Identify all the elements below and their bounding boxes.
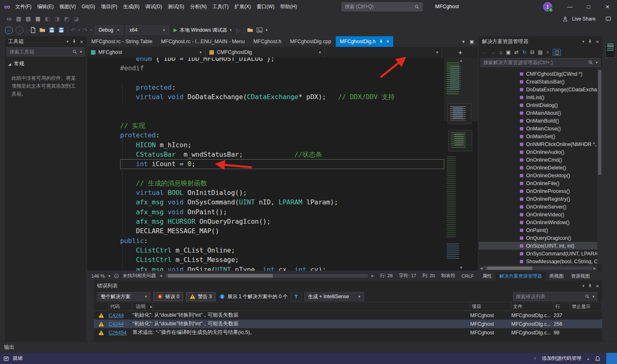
solution-explorer-item[interactable]: CreatStatusBar() <box>479 78 597 86</box>
format-toolbar-icon[interactable]: ▥ <box>16 16 21 22</box>
solution-explorer-toolbar-icon[interactable]: ← <box>482 49 487 55</box>
format-toolbar-icon[interactable]: ▤ <box>26 16 31 22</box>
scroll-right-icon[interactable]: ▶ <box>594 267 596 270</box>
platform-dropdown[interactable]: x64 ▾ <box>126 26 169 35</box>
close-button[interactable]: × <box>598 0 617 14</box>
column-header-suppress[interactable]: 禁止显示 <box>570 302 602 311</box>
solution-config-dropdown[interactable]: Debug ▾ <box>95 26 123 35</box>
toolbox-search-input[interactable]: 搜索工具箱 ▾ <box>7 47 85 56</box>
document-tab[interactable]: MFCghostDlg.cpp × <box>286 36 336 47</box>
error-row[interactable]: C4244 “初始化”: 从“double”转换到“int”，可能丢失数据 MF… <box>94 320 602 328</box>
document-tab[interactable]: MFCghost.rc - I...ENU_MAIN - Menu × <box>157 36 249 47</box>
format-toolbar-icon[interactable]: ▦ <box>35 16 40 22</box>
code-line[interactable] <box>120 73 444 83</box>
solution-explorer-item[interactable]: OnOnlineServer() <box>479 203 597 211</box>
code-line[interactable]: protected: <box>120 130 444 140</box>
code-line[interactable]: #endif <box>120 63 444 73</box>
add-to-source-control-button[interactable]: 添加到源代码管理 <box>542 355 581 362</box>
tabstrip-icon[interactable]: ▾ <box>462 39 465 44</box>
start-debugging-button[interactable]: ▶ 本地 Windows 调试器 ▾ <box>172 27 234 34</box>
code-line[interactable]: afx_msg HCURSOR OnQueryDragIcon(); <box>120 217 444 226</box>
code-line[interactable]: protected: <box>120 83 444 92</box>
solution-explorer-item[interactable]: OnSize(UINT, int, int) <box>479 242 597 250</box>
warnings-filter-button[interactable]: 警告 3 <box>186 292 216 301</box>
column-header-description[interactable]: 说明 ▲ <box>132 302 470 311</box>
toolbar-overflow-icon[interactable]: ▾ <box>266 28 268 32</box>
code-line[interactable]: DECLARE_MESSAGE_MAP() <box>120 226 444 236</box>
error-row[interactable]: C26454 算术溢出: “-”操作在编译时生成负的无符号结果(io.5)。 M… <box>94 328 602 337</box>
minimap[interactable]: ▲ ▼ <box>444 58 478 271</box>
solution-explorer-item[interactable]: OnInitDialog() <box>479 101 597 109</box>
solution-explorer-search-input[interactable]: 搜索解决方案资源管理器(Ctrl+;) ▾ <box>480 58 601 67</box>
solution-explorer-item[interactable]: OnNMRClickOnline(NMHDR *, LRESULT *) <box>479 140 597 148</box>
column-header-line[interactable]: 行 <box>554 302 570 311</box>
solution-explorer-item[interactable]: OnMainClose() <box>479 125 597 132</box>
error-code-link[interactable]: C26454 <box>109 330 132 336</box>
column-header-file[interactable]: 文件 <box>511 302 554 311</box>
solution-explorer-item[interactable]: OnMainAbout() <box>479 109 597 117</box>
save-all-icon[interactable] <box>58 27 65 33</box>
code-line[interactable]: afx_msg void OnSysCommand(UINT nID, LPAR… <box>120 197 444 207</box>
menu-item[interactable]: 项目(P) <box>98 0 120 14</box>
scroll-down-icon[interactable]: ▼ <box>459 266 463 270</box>
menu-item[interactable]: 文件(F) <box>12 0 34 14</box>
format-toolbar-icon[interactable]: ◪ <box>74 16 79 22</box>
class-dropdown[interactable]: CMFCghostDlg ▾ <box>206 47 325 58</box>
minimize-button[interactable]: — <box>560 0 579 14</box>
code-line[interactable]: HICON m_hIcon; <box>120 140 444 150</box>
solution-explorer-item[interactable]: OnOnlineRegistry() <box>479 195 597 203</box>
close-icon[interactable]: × <box>596 39 599 45</box>
code-line[interactable]: // 生成的消息映射函数 <box>120 179 444 188</box>
navigate-forward-button[interactable]: → <box>16 26 23 34</box>
menu-item[interactable]: 编辑(E) <box>35 0 57 14</box>
code-line[interactable] <box>120 102 444 111</box>
scroll-left-icon[interactable]: ◀ <box>480 267 482 270</box>
code-line[interactable]: virtual void DoDataExchange(CDataExchang… <box>120 92 444 102</box>
window-menu-icon[interactable]: ▾ <box>582 39 585 44</box>
pin-icon[interactable] <box>72 39 77 44</box>
solution-explorer-toolbar-icon[interactable]: ⌂ <box>499 49 502 55</box>
solution-explorer-item[interactable]: DoDataExchange(CDataExchange *) <box>479 86 597 93</box>
solution-explorer-toolbar-icon[interactable]: ▤ <box>538 49 543 55</box>
close-icon[interactable]: × <box>596 283 599 289</box>
solution-explorer-toolbar-icon[interactable]: ⇄ <box>515 49 519 55</box>
redo-button[interactable]: ↷ <box>83 27 87 33</box>
menu-item[interactable]: 测试(S) <box>165 0 187 14</box>
menu-item[interactable]: 扩展(X) <box>232 0 254 14</box>
solution-explorer-toolbar-icon[interactable]: ▣ <box>506 49 510 55</box>
error-list-search-input[interactable]: 搜索错误列表 ▾ <box>513 292 597 301</box>
scroll-up-icon[interactable]: ▲ <box>459 58 463 63</box>
scroll-right-icon[interactable]: ▶ <box>371 274 374 278</box>
project-dropdown[interactable]: MFCghost ▾ <box>87 47 206 58</box>
code-line[interactable]: virtual BOOL OnInitDialog(); <box>120 188 444 197</box>
tabstrip-icon[interactable]: ▣ <box>470 39 474 44</box>
toolbox-section-general[interactable]: ◢ 常规 <box>5 57 86 70</box>
code-line[interactable]: int iCount = 0; <box>120 159 444 169</box>
solution-explorer-item[interactable]: OnMainSet() <box>479 132 597 140</box>
error-source-dropdown[interactable]: 生成 + IntelliSense ▾ <box>304 292 364 301</box>
undo-button[interactable]: ↶ <box>71 27 75 33</box>
solution-explorer-item[interactable]: OnOnlineWindow() <box>479 218 597 226</box>
solution-explorer-toolbar-icon[interactable]: → <box>491 49 496 55</box>
solution-explorer-item[interactable]: ShowMessage(bool, CString, CString) <box>479 257 597 264</box>
column-header-code[interactable]: 代码 <box>109 302 132 311</box>
new-file-icon[interactable] <box>30 27 36 33</box>
solution-explorer-item[interactable]: OnOnlineFile() <box>479 179 597 187</box>
tool-window-tab[interactable]: 解决方案资源管理器 <box>496 271 546 281</box>
code-line[interactable]: CListCtrl m_CList_Message; <box>120 255 444 264</box>
solution-explorer-item[interactable]: OnMainBuild() <box>479 117 597 125</box>
horizontal-scrollbar[interactable]: ◀ ▶ <box>479 265 597 271</box>
code-line[interactable]: CStatusBar m_wndStatusBar; //状态条 <box>120 150 444 159</box>
solution-explorer-header[interactable]: 解决方案资源管理器 ▾ × <box>479 36 602 47</box>
navigate-back-button[interactable]: ← <box>5 26 13 34</box>
code-line[interactable] <box>120 111 444 121</box>
window-menu-icon[interactable]: ▾ <box>582 284 585 288</box>
indent-mode[interactable]: 制表符 <box>441 273 455 279</box>
format-toolbar-icon[interactable]: ◩ <box>64 16 69 22</box>
status-corner-badge[interactable] <box>606 353 617 364</box>
format-toolbar-icon[interactable]: ◧ <box>45 16 50 22</box>
line-ending[interactable]: CRLF <box>462 274 474 278</box>
code-line[interactable]: afx_msg void OnPaint(); <box>120 207 444 217</box>
errors-filter-button[interactable]: 错误 0 <box>153 292 183 301</box>
column-header-icon[interactable] <box>94 302 109 311</box>
